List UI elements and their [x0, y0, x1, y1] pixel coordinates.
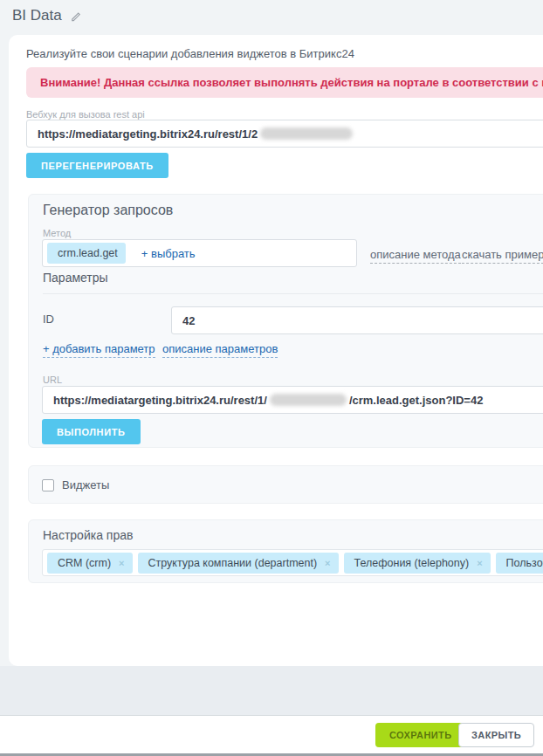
permission-tag-label: Пользователи (user)	[506, 557, 543, 569]
close-button[interactable]: ЗАКРЫТЬ	[458, 723, 534, 747]
method-label: Метод	[43, 228, 71, 238]
permissions-title: Настройка прав	[43, 528, 133, 542]
permission-tag: Телефония (telephony) ×	[344, 553, 491, 574]
footer-backdrop	[0, 666, 543, 715]
permission-tag: CRM (crm) ×	[47, 553, 133, 574]
webhook-url-input[interactable]: https://mediatargeting.bitrix24.ru/rest/…	[26, 120, 543, 148]
save-button[interactable]: СОХРАНИТЬ	[375, 723, 466, 747]
request-url-prefix: https://mediatargeting.bitrix24.ru/rest/…	[53, 394, 267, 407]
redacted-blur	[260, 127, 353, 140]
request-url-label: URL	[43, 375, 62, 385]
page-title: BI Data	[12, 7, 62, 24]
download-example-link[interactable]: скачать пример	[462, 248, 543, 264]
widgets-checkbox[interactable]	[42, 479, 54, 491]
request-url-input[interactable]: https://mediatargeting.bitrix24.ru/rest/…	[42, 386, 543, 414]
regenerate-button[interactable]: ПЕРЕГЕНЕРИРОВАТЬ	[26, 153, 168, 178]
add-param-link[interactable]: + добавить параметр	[43, 342, 155, 358]
params-divider	[43, 293, 543, 294]
method-input[interactable]: crm.lead.get + выбрать	[42, 239, 357, 267]
method-tag-label: crm.lead.get	[58, 247, 118, 259]
intro-text: Реализуйте свои сценарии добавления видж…	[26, 47, 354, 60]
permission-tag: Структура компании (department) ×	[138, 553, 339, 574]
widgets-label: Виджеты	[62, 478, 109, 491]
permission-tag: Пользователи (user) ×	[496, 553, 543, 574]
permission-tag-label: CRM (crm)	[58, 557, 111, 569]
remove-tag-icon[interactable]: ×	[119, 558, 124, 568]
method-tag: crm.lead.get	[47, 243, 126, 264]
webhook-url-value: https://mediatargeting.bitrix24.ru/rest/…	[38, 127, 258, 141]
remove-tag-icon[interactable]: ×	[325, 558, 330, 568]
redacted-blur	[270, 394, 347, 406]
warning-banner: Внимание! Данная ссылка позволяет выполн…	[26, 67, 543, 98]
execute-button[interactable]: ВЫПОЛНИТЬ	[42, 419, 141, 444]
webhook-url-label: Вебхук для вызова rest api	[26, 109, 145, 120]
param-value-input[interactable]	[171, 306, 543, 334]
remove-tag-icon[interactable]: ×	[477, 558, 482, 568]
params-description-link[interactable]: описание параметров	[162, 342, 278, 358]
main-card: Реализуйте свои сценарии добавления видж…	[9, 35, 543, 666]
permissions-input[interactable]: CRM (crm) × Структура компании (departme…	[42, 549, 543, 576]
page-header: BI Data	[12, 7, 81, 24]
widgets-section: Виджеты	[28, 465, 543, 504]
permissions-section: Настройка прав CRM (crm) × Структура ком…	[28, 519, 543, 583]
request-url-suffix: /crm.lead.get.json?ID=42	[349, 394, 484, 407]
permission-tag-label: Структура компании (department)	[148, 557, 318, 569]
footer-bar: СОХРАНИТЬ ЗАКРЫТЬ	[0, 715, 543, 753]
app-window: BI Data Реализуйте свои сценарии добавле…	[0, 0, 543, 756]
permission-tag-label: Телефония (telephony)	[354, 557, 470, 569]
generator-title: Генератор запросов	[43, 203, 173, 218]
edit-title-icon[interactable]	[70, 11, 81, 23]
warning-text: Внимание! Данная ссылка позволяет выполн…	[40, 76, 543, 89]
request-generator-section: Генератор запросов Метод crm.lead.get + …	[28, 194, 543, 448]
choose-method-link[interactable]: + выбрать	[141, 247, 196, 260]
param-name-label: ID	[43, 313, 54, 326]
method-description-link[interactable]: описание метода	[370, 248, 461, 264]
params-title: Параметры	[43, 271, 108, 285]
